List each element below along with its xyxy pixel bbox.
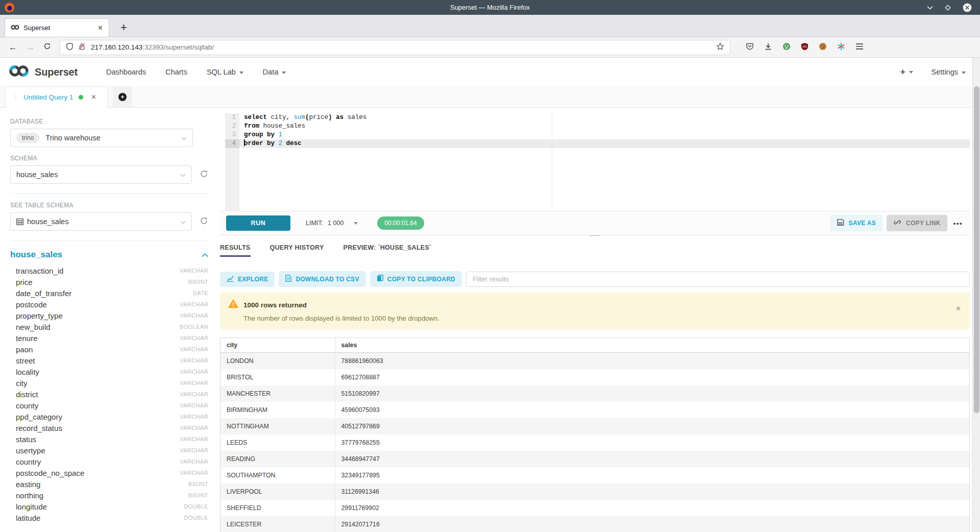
column-header-sales[interactable]: sales: [335, 338, 969, 353]
query-tab-close-icon[interactable]: ✕: [91, 93, 96, 101]
back-icon[interactable]: ←: [9, 42, 17, 53]
download-icon[interactable]: [764, 42, 772, 53]
tab-query-history[interactable]: QUERY HISTORY: [270, 244, 324, 257]
column-row: postcodeVARCHAR: [10, 299, 208, 310]
settings-menu[interactable]: Settings: [932, 68, 966, 76]
cookie-icon[interactable]: [819, 42, 827, 53]
table-name-heading[interactable]: house_sales: [10, 250, 62, 260]
drag-handle-icon[interactable]: ⋮: [12, 93, 19, 101]
reload-icon[interactable]: [43, 42, 51, 52]
table-cell: LONDON: [220, 353, 335, 370]
ublock-icon[interactable]: uO: [801, 42, 808, 53]
database-label: DATABASE: [10, 118, 208, 125]
filter-results-input[interactable]: [466, 272, 970, 287]
nav-item-dashboards[interactable]: Dashboards: [106, 68, 146, 76]
window-chevron-icon[interactable]: [927, 6, 933, 10]
column-row: latitudeDOUBLE: [10, 512, 208, 523]
alert-message: The number of rows displayed is limited …: [243, 315, 962, 322]
column-row: countyVARCHAR: [10, 400, 208, 411]
scrollbar-thumb[interactable]: [974, 86, 979, 413]
multi-account-containers-icon[interactable]: [837, 42, 845, 53]
clipboard-icon: [377, 275, 383, 283]
table-cell: 31126991346: [335, 483, 969, 500]
explore-button[interactable]: EXPLORE: [220, 272, 275, 287]
table-cell: SOUTHAMPTON: [220, 467, 335, 483]
code-line: select city, sum(price) as sales: [239, 113, 970, 122]
sql-editor[interactable]: 1234 select city, sum(price) as salesfro…: [219, 108, 970, 211]
table-row: LEICESTER29142071716: [220, 516, 969, 532]
window-close-icon[interactable]: [963, 3, 972, 12]
column-name: easting: [16, 480, 40, 489]
url-bar[interactable]: 217.160.120.143:32393/superset/sqllab/: [60, 40, 730, 55]
refresh-table-schema-icon[interactable]: [200, 216, 208, 227]
table-schema-select[interactable]: house_sales: [10, 212, 192, 231]
superset-navbar: Superset DashboardsChartsSQL LabData + S…: [0, 58, 980, 86]
pocket-icon[interactable]: [746, 42, 754, 53]
splitter-drag-handle[interactable]: [590, 235, 600, 236]
new-tab-button[interactable]: +: [117, 18, 130, 37]
window-maximize-icon[interactable]: [945, 5, 951, 11]
more-options-button[interactable]: •••: [953, 220, 963, 227]
column-row: countryVARCHAR: [10, 456, 208, 467]
warning-icon: [228, 299, 238, 310]
bookmark-star-icon[interactable]: [716, 42, 724, 52]
copy-clipboard-button[interactable]: COPY TO CLIPBOARD: [370, 271, 462, 287]
column-type: VARCHAR: [180, 380, 208, 386]
alert-close-icon[interactable]: ✕: [955, 305, 961, 312]
column-row: property_typeVARCHAR: [10, 310, 208, 321]
nav-item-sql-lab[interactable]: SQL Lab: [207, 68, 243, 76]
add-new-button[interactable]: +: [900, 67, 913, 77]
nav-item-charts[interactable]: Charts: [165, 68, 187, 76]
code-line: from house_sales: [239, 122, 970, 131]
save-as-button[interactable]: SAVE AS: [830, 215, 883, 231]
insecure-lock-icon[interactable]: [78, 42, 86, 52]
query-tab[interactable]: ⋮ Untitled Query 1 ✕: [5, 86, 108, 108]
line-number: 4: [225, 139, 239, 148]
nav-item-data[interactable]: Data: [263, 68, 286, 76]
schema-select[interactable]: house_sales: [10, 165, 192, 184]
chart-icon: [227, 275, 234, 283]
column-type: BIGINT: [188, 279, 208, 285]
nav-items: DashboardsChartsSQL LabData: [106, 68, 286, 76]
browser-scrollbar[interactable]: [972, 58, 980, 532]
forward-icon[interactable]: →: [26, 42, 35, 53]
query-status-dot: [79, 95, 83, 100]
superset-brand[interactable]: Superset: [35, 66, 78, 78]
browser-titlebar: Superset — Mozilla Firefox: [0, 0, 980, 15]
column-type: VARCHAR: [180, 335, 208, 341]
run-button[interactable]: RUN: [226, 215, 290, 231]
column-row: transaction_idVARCHAR: [10, 265, 208, 276]
privacy-badger-icon[interactable]: [782, 42, 791, 53]
browser-toolbar: ← → 217.160.120.143:32393/superset/sqlla…: [0, 37, 980, 58]
add-query-tab-button[interactable]: +: [113, 86, 132, 108]
superset-logo-icon[interactable]: [8, 64, 30, 80]
tab-preview[interactable]: PREVIEW: `HOUSE_SALES`: [344, 244, 432, 257]
shield-icon[interactable]: [66, 42, 74, 52]
column-row: record_statusVARCHAR: [10, 422, 208, 433]
limit-dropdown[interactable]: LIMIT: 1 000: [306, 220, 358, 227]
column-header-city[interactable]: city: [220, 338, 335, 353]
editor-code[interactable]: select city, sum(price) as salesfrom hou…: [239, 113, 970, 211]
hamburger-menu-icon[interactable]: [855, 43, 864, 52]
table-cell: LEEDS: [220, 434, 335, 451]
browser-tab[interactable]: Superset ✕: [5, 18, 109, 37]
copy-link-button[interactable]: COPY LINK: [887, 215, 947, 231]
table-row: LIVERPOOL31126991346: [220, 483, 969, 500]
editor-toolbar: RUN LIMIT: 1 000 00:00:01.64 SAVE AS COP…: [219, 211, 970, 235]
column-name: property_type: [16, 311, 63, 320]
tab-close-icon[interactable]: ✕: [97, 24, 103, 32]
divider: [10, 194, 208, 194]
download-csv-button[interactable]: DOWNLOAD TO CSV: [279, 271, 365, 287]
results-table: citysales LONDON788861960063BRISTOL69612…: [220, 337, 970, 532]
database-select[interactable]: trino Trino warehouse: [10, 129, 193, 147]
results-table-head-row: citysales: [220, 338, 969, 353]
refresh-schema-icon[interactable]: [200, 170, 208, 180]
column-type: VARCHAR: [180, 458, 208, 465]
results-pane: RESULTS QUERY HISTORY PREVIEW: `HOUSE_SA…: [219, 235, 970, 532]
table-schema-label: SEE TABLE SCHEMA: [10, 202, 208, 209]
column-type: VARCHAR: [180, 346, 208, 352]
caret-down-icon: [239, 71, 243, 74]
tab-results[interactable]: RESULTS: [220, 244, 251, 257]
collapse-chevron-up-icon[interactable]: [202, 250, 208, 259]
link-icon: [893, 219, 901, 228]
